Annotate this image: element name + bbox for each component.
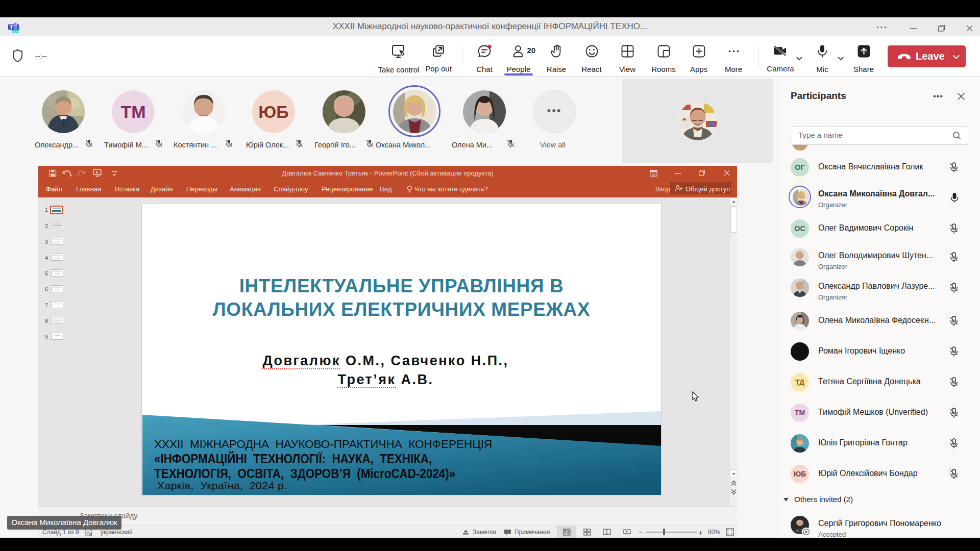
svg-text:NEW: NEW	[12, 30, 19, 33]
